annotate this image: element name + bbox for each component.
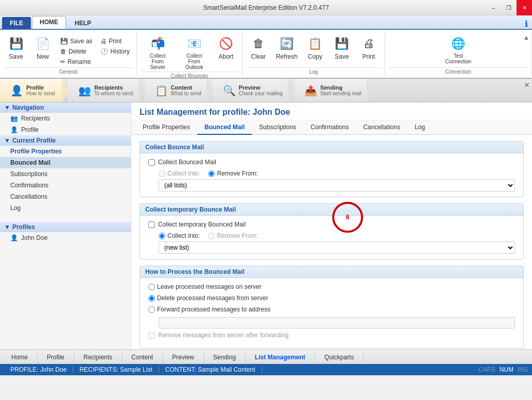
- current-profile-section-header[interactable]: ▼ Current Profile: [0, 135, 131, 146]
- navigation-section-header[interactable]: ▼ Navigation: [0, 102, 131, 113]
- ribbon-stacked-general: 💾 Save as 🗑 Delete ✏ Rename: [57, 34, 96, 67]
- tab-subscriptions[interactable]: Subscriptions: [252, 120, 303, 135]
- ribbon-collapse-button[interactable]: ▲: [523, 34, 529, 41]
- bottom-tab-profile[interactable]: Profile: [38, 352, 74, 363]
- help-icon[interactable]: ℹ: [525, 19, 532, 29]
- delete-button[interactable]: 🗑 Delete: [57, 46, 96, 57]
- process-bounce-section: How to Process the Bounced Mail Leave pr…: [140, 266, 524, 349]
- sidebar-item-log[interactable]: Log: [0, 202, 131, 214]
- ribbon: 💾 Save 📄 New 💾 Save as 🗑 Delete ✏ Renam: [0, 30, 532, 79]
- bottom-tab-sending[interactable]: Sending: [204, 352, 246, 363]
- history-button[interactable]: 🕐 History: [97, 46, 133, 57]
- abort-button[interactable]: 🚫 Abort: [213, 34, 239, 62]
- temp-remove-from-radio[interactable]: [208, 233, 215, 239]
- collect-from-server-button[interactable]: 📬 Collect From Server: [140, 34, 176, 72]
- clear-icon: 🗑: [250, 36, 267, 52]
- tab-confirmations[interactable]: Confirmations: [303, 120, 356, 135]
- collect-into-radio-label[interactable]: Collect Into:: [159, 170, 200, 177]
- clear-button[interactable]: 🗑 Clear: [246, 34, 271, 62]
- bottom-tab-content[interactable]: Content: [122, 352, 163, 363]
- sidebar-item-bounced-mail[interactable]: Bounced Mail: [0, 157, 131, 168]
- rename-button[interactable]: ✏ Rename: [57, 57, 96, 67]
- subscriptions-label: Subscriptions: [10, 170, 47, 178]
- temp-collect-into-radio-label[interactable]: Collect Into:: [159, 232, 200, 239]
- forward-messages-radio-label[interactable]: Forward processed messages to address: [148, 306, 270, 313]
- wizard-step-recipients[interactable]: 👥 Recipients To whom to send: [68, 79, 139, 102]
- ribbon-btn-save[interactable]: 💾 Save: [3, 34, 29, 62]
- collect-bounced-mail-checkbox-label[interactable]: Collect Bounced Mail: [148, 159, 216, 166]
- temp-remove-from-radio-label[interactable]: Remove From:: [208, 232, 258, 239]
- connection-buttons: 🌐 Test Connection: [440, 32, 476, 67]
- delete-messages-radio[interactable]: [148, 295, 155, 302]
- forward-messages-radio[interactable]: [148, 306, 155, 313]
- sidebar-item-confirmations[interactable]: Confirmations: [0, 180, 131, 191]
- wizard-step-preview[interactable]: 🔍 Preview Check your mailing: [213, 79, 288, 102]
- test-connection-button[interactable]: 🌐 Test Connection: [440, 34, 476, 66]
- collect-into-radio[interactable]: [159, 170, 165, 177]
- temp-bounce-list-select[interactable]: (new list): [159, 241, 515, 254]
- tab-help[interactable]: HELP: [67, 17, 99, 29]
- ribbon-btn-new[interactable]: 📄 New: [30, 34, 56, 62]
- leave-messages-radio[interactable]: [148, 284, 155, 290]
- profile-step-icon: 👤: [10, 84, 23, 97]
- profiles-section-header[interactable]: ▼ Profiles: [0, 222, 131, 232]
- history-icon: 🕐: [100, 48, 108, 55]
- leave-messages-radio-label[interactable]: Leave processed messages on server: [148, 283, 262, 290]
- remove-after-forwarding-row: Remove messages from server after forwar…: [148, 332, 515, 339]
- sidebar-item-john-doe[interactable]: 👤 John Doe: [0, 232, 131, 244]
- save-log-label: Save: [335, 53, 349, 60]
- profile-step-name: Profile: [26, 84, 55, 91]
- close-button[interactable]: ✕: [517, 0, 532, 15]
- status-recipients: RECIPIENTS: Sample List: [73, 366, 159, 373]
- tab-bounced-mail[interactable]: Bounced Mail: [197, 120, 252, 135]
- save-as-button[interactable]: 💾 Save as: [57, 36, 96, 46]
- bounce-list-select[interactable]: (all lists): [159, 179, 515, 192]
- remove-after-forwarding-checkbox[interactable]: [148, 332, 155, 339]
- abort-label: Abort: [218, 53, 233, 60]
- tab-profile-properties[interactable]: Profile Properties: [135, 120, 197, 135]
- print-button[interactable]: 🖨 Print: [97, 36, 133, 46]
- tab-file[interactable]: FILE: [2, 17, 31, 29]
- sidebar-item-recipients[interactable]: 👥 Recipients: [0, 113, 131, 124]
- bottom-tab-list-management[interactable]: List Management: [246, 352, 315, 363]
- print-log-button[interactable]: 🖨 Print: [356, 34, 382, 62]
- minimize-button[interactable]: –: [486, 0, 501, 15]
- bottom-tab-home[interactable]: Home: [2, 352, 38, 363]
- delete-messages-radio-label[interactable]: Delete processed messages from server: [148, 294, 268, 302]
- temp-collect-into-radio[interactable]: [159, 233, 165, 239]
- temp-bounce-select-container: (new list): [159, 241, 515, 254]
- content-title: List Management for profile: John Doe: [131, 102, 532, 120]
- save-log-button[interactable]: 💾 Save: [329, 34, 355, 62]
- wizard-step-content[interactable]: 📋 Content What to send: [145, 79, 207, 102]
- refresh-button[interactable]: 🔄 Refresh: [272, 34, 301, 62]
- collect-temp-bounced-mail-checkbox-label[interactable]: Collect temporary Bounced Mail: [148, 221, 246, 228]
- remove-after-forwarding-label[interactable]: Remove messages from server after forwar…: [148, 332, 288, 339]
- tab-cancellations[interactable]: Cancellations: [356, 120, 407, 135]
- sidebar-item-profile[interactable]: 👤 Profile: [0, 124, 131, 135]
- sidebar-item-subscriptions[interactable]: Subscriptions: [0, 168, 131, 180]
- wizard-step-profile[interactable]: 👤 Profile How to send: [0, 79, 62, 102]
- sidebar-item-profile-properties[interactable]: Profile Properties: [0, 146, 131, 157]
- remove-from-radio[interactable]: [208, 170, 215, 177]
- remove-from-radio-label[interactable]: Remove From:: [208, 170, 258, 177]
- print-log-label: Print: [362, 53, 375, 60]
- collect-from-outlook-button[interactable]: 📧 Collect From Outlook: [177, 34, 212, 72]
- collect-temp-bounced-mail-checkbox[interactable]: [148, 221, 155, 228]
- tab-log[interactable]: Log: [407, 120, 432, 135]
- collect-bounced-mail-checkbox[interactable]: [148, 159, 155, 166]
- wizard-close-button[interactable]: ✕: [524, 81, 530, 89]
- delete-icon: 🗑: [60, 48, 66, 55]
- forward-address-input[interactable]: [159, 317, 515, 328]
- collect-temp-bounced-mail-checkbox-text: Collect temporary Bounced Mail: [158, 221, 246, 228]
- recipients-step-name: Recipients: [94, 84, 133, 91]
- bottom-tab-preview[interactable]: Preview: [163, 352, 204, 363]
- collect-buttons: 📬 Collect From Server 📧 Collect From Out…: [140, 32, 239, 72]
- copy-button[interactable]: 📋 Copy: [302, 34, 328, 62]
- bottom-tab-recipients[interactable]: Recipients: [74, 352, 122, 363]
- wizard-step-sending[interactable]: 📤 Sending Start sending mail: [294, 79, 367, 102]
- temp-remove-from-text: Remove From:: [217, 232, 258, 239]
- bottom-tab-quickparts[interactable]: Quickparts: [315, 352, 364, 363]
- sidebar-item-cancellations[interactable]: Cancellations: [0, 191, 131, 202]
- restore-button[interactable]: ❐: [501, 0, 517, 15]
- tab-home[interactable]: HOME: [32, 16, 66, 29]
